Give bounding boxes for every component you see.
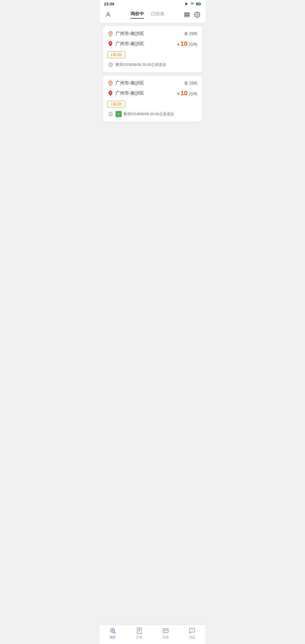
svg-point-10 xyxy=(110,42,111,43)
from-pin-icon-1 xyxy=(108,31,113,37)
tag-loading-1: 1装1卸 xyxy=(108,51,125,58)
to-city-2: 广州市-南沙区 xyxy=(116,90,144,96)
requirement-row-2: 1 要求2019/06/08 20:00之前送达 xyxy=(108,111,198,117)
inquiry-card-1[interactable]: 广州市-南沙区 卷 25吨 广州市-南沙区 ¥ 10 元/吨 1装1卸 xyxy=(103,26,202,72)
svg-point-12 xyxy=(110,82,111,83)
from-city-2: 广州市-南沙区 xyxy=(116,80,144,86)
to-pin-icon-1 xyxy=(108,41,113,47)
to-city-1: 广州市-南沙区 xyxy=(116,41,144,47)
to-price-row-2: 广州市-南沙区 ¥ 10 元/吨 xyxy=(108,90,198,97)
requirement-text-2: 要求2019/06/08 20:00之前送达 xyxy=(123,112,174,117)
status-time: 23:09 xyxy=(104,2,114,6)
header-tabs: 询价中 已结束 xyxy=(112,11,183,19)
from-row-1: 广州市-南沙区 卷 25吨 xyxy=(108,31,198,37)
from-pin-icon-2 xyxy=(108,80,113,86)
svg-rect-2 xyxy=(200,3,201,5)
requirement-row-1: 要求2019/06/08 20:00之前送达 xyxy=(108,62,198,68)
svg-rect-3 xyxy=(196,3,200,5)
battery-icon xyxy=(196,2,201,6)
price-symbol-1: ¥ xyxy=(177,42,180,47)
svg-rect-5 xyxy=(184,13,189,14)
dispatch-icon-1 xyxy=(108,62,114,68)
price-amount-1: 10 xyxy=(180,40,187,47)
svg-rect-6 xyxy=(184,14,189,15)
inquiry-card-2[interactable]: 广州市-南沙区 卷 25吨 广州市-南沙区 ¥ 10 元/吨 1装1卸 xyxy=(103,76,202,122)
status-bar: 23:09 xyxy=(100,0,206,8)
tab-inquiring[interactable]: 询价中 xyxy=(130,11,144,19)
status-icons xyxy=(185,2,201,6)
tab-ended[interactable]: 已结束 xyxy=(151,11,164,19)
tag-loading-2: 1装1卸 xyxy=(108,101,125,108)
dispatch-icon-2 xyxy=(108,111,114,117)
user-icon[interactable] xyxy=(104,11,112,19)
price-1: ¥ 10 元/吨 xyxy=(177,40,198,47)
weight-info-1: 卷 25吨 xyxy=(184,31,197,36)
to-pin-icon-2 xyxy=(108,90,113,96)
weight-info-2: 卷 25吨 xyxy=(184,81,197,86)
tags-row-1: 1装1卸 xyxy=(108,51,198,58)
settings-icon[interactable] xyxy=(193,11,201,19)
tags-row-2: 1装1卸 xyxy=(108,101,198,108)
to-price-row-1: 广州市-南沙区 ¥ 10 元/吨 xyxy=(108,40,198,47)
price-unit-2: 元/吨 xyxy=(189,92,198,96)
header: 询价中 已结束 xyxy=(100,8,206,23)
price-unit-1: 元/吨 xyxy=(189,42,198,47)
svg-point-8 xyxy=(196,14,198,16)
play-status-icon xyxy=(185,2,189,6)
badge-count-text-2: 1 xyxy=(118,113,119,116)
svg-rect-7 xyxy=(184,16,189,17)
badge-count-icon-2: 1 xyxy=(116,111,122,117)
from-row-2: 广州市-南沙区 卷 25吨 xyxy=(108,80,198,86)
price-symbol-2: ¥ xyxy=(177,92,180,96)
svg-point-9 xyxy=(110,32,111,34)
price-2: ¥ 10 元/吨 xyxy=(177,90,198,97)
svg-point-4 xyxy=(107,13,109,15)
requirement-text-1: 要求2019/06/08 20:00之前送达 xyxy=(116,62,166,67)
svg-point-13 xyxy=(110,92,111,93)
price-amount-2: 10 xyxy=(180,90,187,97)
main-content: 广州市-南沙区 卷 25吨 广州市-南沙区 ¥ 10 元/吨 1装1卸 xyxy=(100,23,206,129)
svg-marker-0 xyxy=(185,3,188,6)
wifi-icon xyxy=(190,2,194,6)
layers-icon[interactable] xyxy=(183,11,191,19)
from-city-1: 广州市-南沙区 xyxy=(116,31,144,37)
